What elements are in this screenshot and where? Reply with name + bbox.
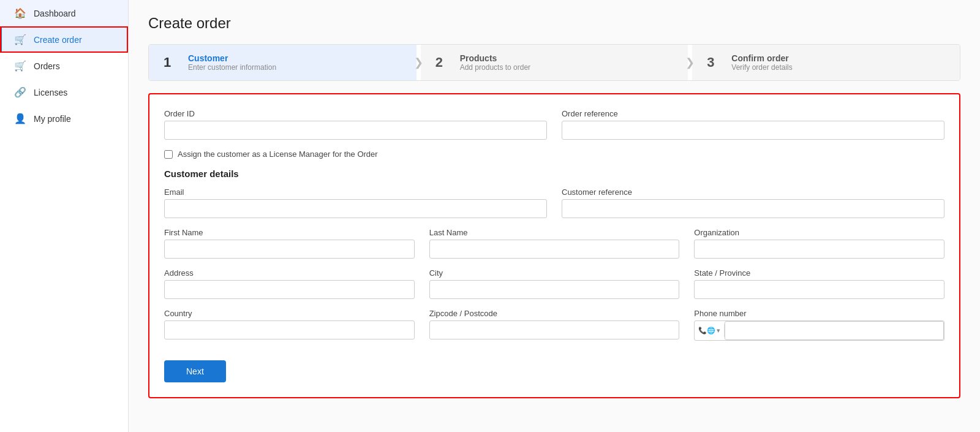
email-label: Email: [164, 188, 547, 197]
phone-input[interactable]: [725, 321, 944, 340]
address-label: Address: [164, 268, 415, 278]
email-input[interactable]: [164, 199, 547, 218]
sidebar-item-my-profile[interactable]: 👤 My profile: [0, 105, 128, 132]
step-text-confirm: Confirm order Verify order details: [731, 53, 792, 72]
organization-label: Organization: [694, 228, 944, 237]
stepper: 1 Customer Enter customer information ❯ …: [148, 44, 960, 81]
home-icon: 🏠: [14, 7, 26, 19]
order-id-label: Order ID: [164, 109, 547, 118]
phone-label: Phone number: [694, 309, 944, 318]
step-title-customer: Customer: [188, 53, 276, 63]
sidebar-label-dashboard: Dashboard: [34, 9, 76, 18]
last-name-input[interactable]: [429, 240, 680, 259]
zipcode-label: Zipcode / Postcode: [429, 309, 680, 318]
step-subtitle-customer: Enter customer information: [188, 63, 276, 72]
step-subtitle-confirm: Verify order details: [731, 63, 792, 72]
step-arrow-1: ❯: [414, 56, 423, 69]
sidebar-item-licenses[interactable]: 🔗 Licenses: [0, 79, 128, 105]
order-reference-label: Order reference: [562, 109, 944, 118]
step-arrow-2: ❯: [685, 56, 695, 69]
phone-icon: 📞🌐: [698, 327, 715, 335]
orders-icon: 🛒: [14, 60, 26, 72]
order-id-group: Order ID: [164, 109, 547, 140]
country-row: Country Zipcode / Postcode Phone number …: [164, 309, 944, 341]
profile-icon: 👤: [14, 113, 26, 124]
first-name-input[interactable]: [164, 240, 415, 259]
order-top-row: Order ID Order reference: [164, 109, 944, 140]
phone-chevron-icon: ▾: [717, 327, 720, 335]
address-row: Address City State / Province: [164, 268, 944, 299]
step-text-products: Products Add products to order: [460, 53, 530, 72]
state-input[interactable]: [694, 280, 944, 299]
country-input[interactable]: [164, 320, 415, 339]
country-group: Country: [164, 309, 415, 341]
main-content: Create order 1 Customer Enter customer i…: [129, 0, 980, 432]
step-title-products: Products: [460, 53, 530, 63]
customer-reference-input[interactable]: [562, 199, 944, 218]
order-id-input[interactable]: [164, 121, 547, 140]
license-manager-checkbox-row: Assign the customer as a License Manager…: [164, 150, 944, 159]
customer-details-title: Customer details: [164, 169, 944, 179]
cart-icon: 🛒: [14, 34, 26, 45]
step-customer[interactable]: 1 Customer Enter customer information: [149, 45, 417, 80]
sidebar-label-create-order: Create order: [34, 35, 82, 45]
sidebar-label-licenses: Licenses: [34, 88, 67, 97]
phone-flag-selector[interactable]: 📞🌐 ▾: [695, 324, 725, 337]
address-group: Address: [164, 268, 415, 299]
zipcode-input[interactable]: [429, 320, 680, 339]
step-number-3: 3: [707, 55, 724, 70]
order-reference-input[interactable]: [562, 121, 944, 140]
city-group: City: [429, 268, 680, 299]
country-label: Country: [164, 309, 415, 318]
step-text-customer: Customer Enter customer information: [188, 53, 276, 72]
state-group: State / Province: [694, 268, 944, 299]
step-number-2: 2: [435, 55, 453, 70]
license-manager-label: Assign the customer as a License Manager…: [178, 150, 378, 159]
order-reference-group: Order reference: [562, 109, 944, 140]
step-products[interactable]: 2 Products Add products to order: [421, 45, 688, 80]
sidebar-item-create-order[interactable]: 🛒 Create order: [0, 26, 128, 53]
customer-reference-label: Customer reference: [562, 188, 944, 197]
city-input[interactable]: [429, 280, 680, 299]
phone-field-wrapper: 📞🌐 ▾: [694, 320, 944, 341]
step-number-1: 1: [164, 55, 181, 70]
state-label: State / Province: [694, 268, 944, 278]
name-row: First Name Last Name Organization: [164, 228, 944, 259]
sidebar-item-orders[interactable]: 🛒 Orders: [0, 53, 128, 79]
sidebar-label-orders: Orders: [34, 61, 60, 71]
page-title: Create order: [148, 15, 960, 32]
organization-group: Organization: [694, 228, 944, 259]
step-title-confirm: Confirm order: [731, 53, 792, 63]
form-section: Order ID Order reference Assign the cust…: [148, 93, 960, 398]
next-button[interactable]: Next: [164, 360, 226, 382]
address-input[interactable]: [164, 280, 415, 299]
email-group: Email: [164, 188, 547, 218]
zipcode-group: Zipcode / Postcode: [429, 309, 680, 341]
customer-reference-group: Customer reference: [562, 188, 944, 218]
step-confirm[interactable]: 3 Confirm order Verify order details: [692, 45, 960, 80]
first-name-group: First Name: [164, 228, 415, 259]
first-name-label: First Name: [164, 228, 415, 237]
step-subtitle-products: Add products to order: [460, 63, 530, 72]
license-manager-checkbox[interactable]: [164, 150, 173, 159]
sidebar: 🏠 Dashboard 🛒 Create order 🛒 Orders 🔗 Li…: [0, 0, 129, 432]
city-label: City: [429, 268, 680, 278]
sidebar-item-dashboard[interactable]: 🏠 Dashboard: [0, 0, 128, 26]
sidebar-label-my-profile: My profile: [34, 114, 71, 124]
email-row: Email Customer reference: [164, 188, 944, 218]
last-name-label: Last Name: [429, 228, 680, 237]
licenses-icon: 🔗: [14, 86, 26, 98]
phone-group: Phone number 📞🌐 ▾: [694, 309, 944, 341]
last-name-group: Last Name: [429, 228, 680, 259]
organization-input[interactable]: [694, 240, 944, 259]
